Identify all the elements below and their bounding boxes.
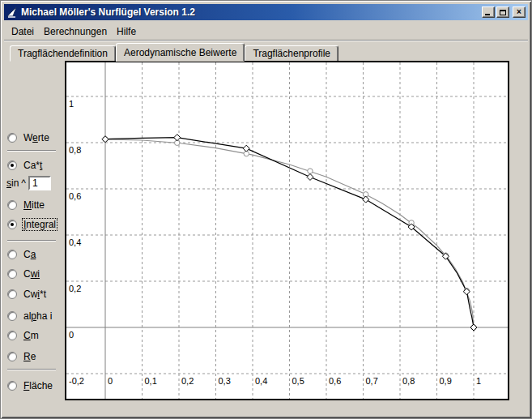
marker-ca-t [307, 173, 313, 180]
radio-label: Re [23, 351, 36, 362]
tab-aerodynamische-beiwerte[interactable]: Aerodynamische Beiwerte [116, 43, 245, 62]
radio-circle-icon [7, 133, 17, 143]
radio-circle-icon [7, 160, 17, 170]
menu-datei[interactable]: Datei [6, 24, 39, 39]
window-controls: × [482, 6, 526, 18]
menu-hilfe[interactable]: Hilfe [112, 24, 141, 39]
radio-dot [11, 164, 14, 167]
marker-ca-t [470, 324, 477, 331]
maximize-icon [500, 10, 506, 15]
app-icon [6, 6, 18, 18]
radio-label: Werte [23, 132, 50, 143]
svg-text:0,2: 0,2 [181, 376, 194, 386]
separator [7, 240, 56, 242]
radio-circle-icon [7, 289, 17, 299]
tab-tragflaechendefinition[interactable]: Tragflächendefinition [10, 45, 116, 62]
close-icon: × [517, 8, 521, 16]
svg-text:0,9: 0,9 [440, 376, 452, 386]
svg-text:0,4: 0,4 [69, 237, 81, 247]
separator [7, 150, 56, 152]
radio-circle-icon [7, 352, 17, 361]
menubar: Datei Berechnungen Hilfe [5, 24, 527, 39]
svg-text:0,3: 0,3 [219, 376, 231, 386]
svg-text:0,7: 0,7 [366, 376, 378, 386]
radio-circle-icon [7, 381, 17, 391]
radio-cm[interactable]: Cm [7, 329, 40, 342]
marker-ca-t [102, 136, 109, 143]
svg-text:0,8: 0,8 [69, 145, 81, 155]
titlebar[interactable]: Michael Möller's Nurflügel Version 1.2 × [4, 4, 528, 20]
marker-ca-t [243, 145, 249, 152]
svg-text:0,1: 0,1 [145, 376, 157, 386]
svg-text:0,5: 0,5 [292, 376, 304, 386]
minimize-icon [485, 14, 490, 15]
radio-label: alpha i [23, 310, 53, 322]
radio-label: Cm [23, 330, 40, 341]
radio-circle-icon [7, 331, 17, 340]
tab-tragflaechenprofile[interactable]: Tragflächenprofile [245, 45, 338, 62]
svg-text:0: 0 [69, 330, 74, 340]
svg-text:0,4: 0,4 [255, 376, 267, 386]
radio-ca-t[interactable]: Ca*t [7, 159, 43, 172]
radio-fläche[interactable]: Fläche [7, 379, 53, 392]
window-title: Michael Möller's Nurflügel Version 1.2 [21, 6, 479, 18]
radio-alpha-i[interactable]: alpha i [7, 310, 53, 323]
maximize-button[interactable] [496, 6, 509, 18]
svg-text:0,2: 0,2 [69, 284, 81, 293]
caret-operator: ^ [21, 177, 26, 189]
svg-text:-0,2: -0,2 [69, 376, 84, 386]
sidebar: WerteCa*tsin^MitteIntegralCaCwiCwi*talph… [1, 62, 65, 415]
radio-label: Fläche [23, 380, 53, 391]
radio-circle-icon [7, 220, 17, 229]
radio-dot [11, 223, 14, 226]
radio-label: Cwi [23, 268, 40, 280]
radio-circle-icon [7, 269, 17, 279]
radio-werte[interactable]: Werte [7, 131, 50, 144]
svg-text:0,6: 0,6 [69, 191, 81, 201]
radio-circle-icon [7, 250, 17, 259]
marker-elliptical-reference [308, 169, 313, 173]
svg-text:0,8: 0,8 [402, 376, 415, 386]
radio-label: Integral [23, 219, 57, 230]
radio-ca[interactable]: Ca [7, 248, 36, 261]
sin-exponent-input[interactable] [28, 176, 51, 190]
app-window: Michael Möller's Nurflügel Version 1.2 ×… [0, 0, 532, 419]
svg-text:1: 1 [69, 99, 74, 109]
marker-ca-t [363, 196, 369, 203]
chart-canvas: 10,80,60,40,20-0,200,10,20,30,40,50,60,7… [66, 62, 508, 399]
marker-ca-t [174, 135, 181, 141]
svg-text:1: 1 [476, 376, 481, 386]
menu-berechnungen[interactable]: Berechnungen [39, 24, 112, 39]
radio-cwi[interactable]: Cwi [7, 267, 40, 280]
menu-divider [4, 40, 528, 41]
radio-label: Cwi*t [23, 289, 47, 300]
radio-circle-icon [7, 311, 17, 321]
radio-mitte[interactable]: Mitte [7, 199, 45, 212]
radio-circle-icon [7, 200, 17, 210]
radio-re[interactable]: Re [7, 350, 36, 363]
svg-text:0,6: 0,6 [329, 376, 341, 386]
radio-label: Mitte [23, 199, 45, 211]
radio-label: Ca*t [23, 160, 43, 171]
radio-label: Ca [23, 249, 36, 260]
sin-label: sin [6, 177, 19, 189]
close-button[interactable]: × [513, 6, 526, 18]
tab-strip: Tragflächendefinition Aerodynamische Bei… [10, 43, 525, 62]
svg-text:0: 0 [108, 376, 113, 386]
minimize-button[interactable] [482, 6, 495, 18]
radio-integral[interactable]: Integral [7, 218, 57, 231]
chart-panel: 10,80,60,40,20-0,200,10,20,30,40,50,60,7… [65, 61, 509, 400]
sin-exponent-row: sin^ [6, 176, 51, 190]
radio-cwi-t[interactable]: Cwi*t [7, 288, 47, 301]
separator [7, 369, 56, 370]
